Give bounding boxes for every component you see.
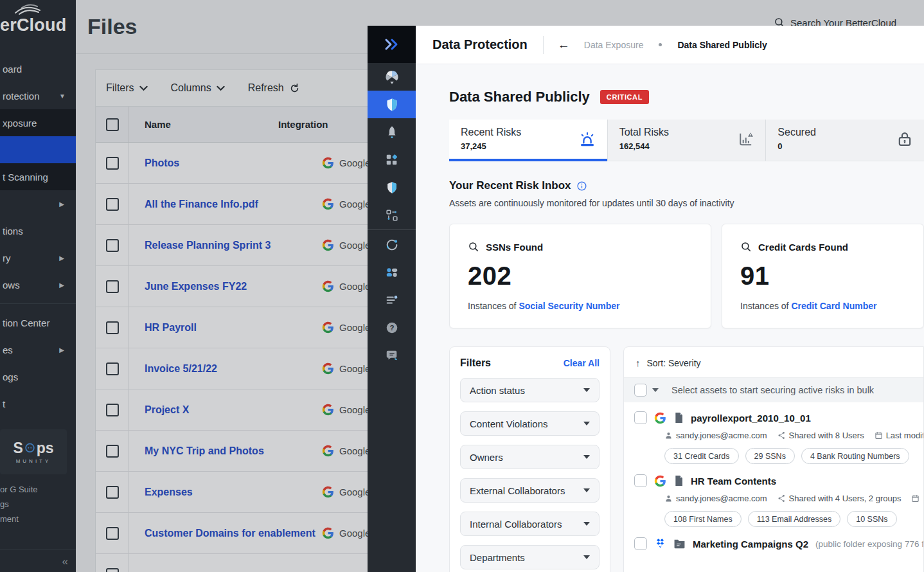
risk-item: Marketing Campaigns Q2(public folder exp…: [624, 528, 923, 551]
expand-panel-button[interactable]: [368, 26, 416, 63]
tab-secured[interactable]: Secured0: [766, 120, 924, 161]
toggles-icon[interactable]: [368, 258, 416, 286]
shield-icon[interactable]: [368, 91, 416, 118]
stat-card-value: 91: [740, 262, 905, 290]
dropdown-caret-icon: [583, 522, 590, 526]
dropdown-caret-icon: [583, 555, 590, 559]
instances-prefix: Instances of: [468, 301, 517, 311]
filters-title: Filters: [460, 357, 491, 369]
violation-type-link[interactable]: Credit Card Number: [791, 301, 876, 311]
item-checkbox[interactable]: [634, 411, 647, 424]
double-chevron-right-icon: [384, 38, 400, 51]
overlay-icon-rail: ?: [368, 26, 416, 572]
google-logo-icon: [654, 475, 666, 487]
rail-divider: [368, 229, 416, 230]
stat-card-value: 202: [468, 262, 693, 290]
document-icon: [673, 475, 684, 487]
workflow-icon[interactable]: [368, 201, 416, 229]
item-name[interactable]: HR Team Contents: [691, 476, 776, 487]
violation-pill[interactable]: 10 SSNs: [847, 511, 896, 527]
risk-page-title: Data Shared Publicly: [449, 89, 590, 105]
filter-dropdown-owners[interactable]: Owners: [460, 445, 600, 469]
bulk-select-row: Select assets to start securing active r…: [624, 378, 923, 402]
risk-item: payrollexport_2010_10_01sandy.jones@acme…: [624, 402, 923, 465]
clear-all-button[interactable]: Clear All: [564, 358, 600, 368]
dropdown-caret-icon: [583, 388, 590, 392]
magnifier-icon: [740, 241, 752, 253]
panel-header: Data Protection ← Data Exposure Data Sha…: [416, 26, 924, 64]
bulk-select-caret-icon[interactable]: [652, 388, 659, 392]
item-name-suffix: (public folder exposing 776 files): [815, 539, 924, 549]
item-checkbox[interactable]: [634, 537, 647, 550]
inbox-title: Your Recent Risk Inbox: [449, 179, 571, 192]
item-shared: Shared with 4 Users, 2 groups: [789, 494, 902, 503]
critical-badge: CRITICAL: [600, 90, 649, 104]
violation-pills: 31 Credit Cards29 SSNs4 Bank Routing Num…: [664, 448, 923, 464]
share-icon: [777, 431, 786, 440]
header-divider: [543, 36, 544, 54]
screen: { "colors": { "accent": "#2563eb", "crit…: [0, 0, 924, 572]
data-protection-panel: Data Protection ← Data Exposure Data Sha…: [416, 26, 924, 572]
magnifier-icon: [468, 241, 479, 253]
breadcrumb-current: Data Shared Publicly: [677, 40, 767, 50]
dropdown-label: Content Violations: [470, 418, 547, 429]
svg-text:?: ?: [389, 324, 394, 332]
risk-item: HR Team Contentssandy.jones@acme.comShar…: [624, 465, 923, 528]
dropdown-caret-icon: [583, 455, 590, 459]
breadcrumb-data-exposure[interactable]: Data Exposure: [584, 40, 644, 50]
filter-dropdown-internal-collaborators[interactable]: Internal Collaborators: [460, 512, 600, 536]
dropdown-label: Action status: [470, 385, 525, 396]
filter-dropdown-content-violations[interactable]: Content Violations: [460, 411, 600, 436]
filter-dropdown-departments[interactable]: Departments: [460, 545, 600, 569]
dropbox-icon: [654, 539, 666, 550]
info-icon[interactable]: [576, 181, 587, 192]
pinwheel-icon[interactable]: [368, 63, 416, 91]
help-icon[interactable]: ?: [368, 314, 416, 341]
back-arrow-icon[interactable]: ←: [558, 38, 570, 52]
tab-total-risks[interactable]: Total Risks162,544: [608, 120, 767, 161]
folder-icon: [673, 539, 686, 549]
filter-dropdown-external-collaborators[interactable]: External Collaborators: [460, 478, 600, 503]
instances-prefix: Instances of: [740, 301, 789, 311]
panel-body: Data Shared Publicly CRITICAL Recent Ris…: [416, 64, 924, 572]
bulk-select-label: Select assets to start securing active r…: [671, 385, 874, 395]
item-name[interactable]: Marketing Campaigns Q2: [693, 539, 808, 550]
violation-type-link[interactable]: Social Security Number: [519, 301, 619, 311]
item-name[interactable]: payrollexport_2010_10_01: [691, 413, 811, 424]
person-icon: [664, 494, 673, 503]
bulk-select-checkbox[interactable]: [634, 384, 647, 397]
document-icon: [673, 412, 684, 424]
stat-card-label: SSNs Found: [486, 242, 543, 253]
violation-pill[interactable]: 113 Email Addresses: [748, 511, 841, 527]
violation-pill[interactable]: 108 First Names: [664, 511, 742, 527]
risk-tabs: Recent Risks37,245Total Risks162,544Secu…: [449, 120, 924, 161]
dropdown-label: External Collaborators: [470, 485, 565, 496]
sort-direction-icon[interactable]: ↑: [635, 357, 641, 368]
google-logo-icon: [654, 412, 666, 424]
dropdown-label: Owners: [470, 452, 503, 463]
sort-label[interactable]: Sort: Severity: [647, 358, 701, 368]
violation-pill[interactable]: 31 Credit Cards: [664, 448, 739, 464]
chart-alert-icon: [737, 130, 755, 148]
violation-pill[interactable]: 4 Bank Routing Numbers: [801, 448, 909, 464]
violation-pill[interactable]: 29 SSNs: [745, 448, 795, 464]
breadcrumb-dot: [659, 43, 662, 46]
bell-icon[interactable]: [368, 118, 416, 146]
inbox-subtitle: Assets are continuously monitored for up…: [449, 198, 924, 208]
rail-icon-list: ?: [368, 63, 416, 369]
dropdown-label: Internal Collaborators: [470, 519, 562, 530]
item-modified: Last modi: [923, 494, 923, 503]
shield-half-icon[interactable]: [368, 174, 416, 201]
filter-lines-icon[interactable]: [368, 286, 416, 314]
calendar-icon: [911, 494, 920, 503]
item-owner: sandy.jones@acme.com: [676, 431, 767, 440]
tab-recent-risks[interactable]: Recent Risks37,245: [449, 120, 608, 161]
dropdown-caret-icon: [583, 488, 590, 492]
item-owner: sandy.jones@acme.com: [676, 494, 767, 503]
filter-dropdowns: Action statusContent ViolationsOwnersExt…: [460, 378, 600, 572]
apps-grid-icon[interactable]: [368, 146, 416, 174]
filter-dropdown-action-status[interactable]: Action status: [460, 378, 600, 402]
sync-icon[interactable]: [368, 231, 416, 258]
chat-icon[interactable]: [368, 341, 416, 369]
item-checkbox[interactable]: [634, 474, 647, 487]
